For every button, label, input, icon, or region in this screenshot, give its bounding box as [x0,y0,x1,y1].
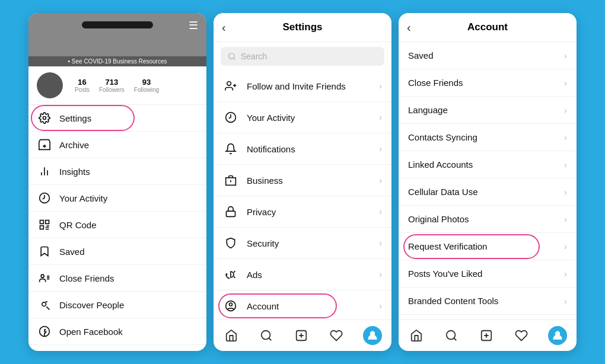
chevron-icon: › [564,215,567,224]
settings-account[interactable]: Account › [214,290,391,320]
svg-rect-29 [227,211,235,216]
panel-account: ‹ Account Saved › Close Friends › Langua… [399,13,577,351]
menu-item-insights[interactable]: Insights [28,158,206,185]
nav-home-icon[interactable] [223,327,240,344]
stat-posts: 16 Posts [75,78,90,93]
chevron-icon: › [379,301,382,311]
settings-security[interactable]: Security › [214,228,391,259]
settings-ads[interactable]: Ads › [214,259,391,290]
menu-item-open-facebook[interactable]: Open Facebook [28,318,206,345]
account-header: ‹ Account [399,13,577,42]
chevron-icon: › [379,270,382,279]
account-switch-personal[interactable]: Switch to Personal Account [399,315,577,320]
menu-item-settings[interactable]: Settings [28,105,206,132]
back-button[interactable]: ‹ [407,21,411,34]
discover-icon [38,298,51,311]
chevron-icon: › [564,160,567,170]
profile-stats-row: 16 Posts 713 Followers 93 Following [28,66,206,105]
nav-profile-icon[interactable] [548,326,567,345]
search-bar[interactable]: Search [221,47,384,66]
account-linked-accounts[interactable]: Linked Accounts › [399,151,577,178]
svg-point-21 [229,53,234,59]
chevron-icon: › [564,78,567,88]
profile-menu-list: Settings Archive I [28,105,206,351]
settings-your-activity[interactable]: Your Activity › [214,102,391,133]
settings-privacy[interactable]: Privacy › [214,196,391,228]
friends-icon [38,272,51,285]
nav-add-icon[interactable] [478,327,495,344]
account-original-photos[interactable]: Original Photos › [399,206,577,233]
chevron-icon: › [564,51,567,60]
svg-point-37 [262,331,270,340]
svg-point-17 [42,302,46,306]
chevron-icon: › [564,106,567,115]
nav-heart-icon[interactable] [513,327,530,344]
shield-icon [223,235,238,251]
building-icon [223,173,238,188]
svg-point-31 [230,303,233,306]
nav-add-icon[interactable] [293,327,310,344]
nav-search-icon[interactable] [443,327,460,344]
menu-item-close-friends[interactable]: Close Friends [28,265,206,292]
bookmark-icon [38,245,51,258]
nav-home-icon[interactable] [408,327,425,344]
profile-stats: 16 Posts 713 Followers 93 Following [75,78,159,93]
chevron-icon: › [379,207,382,216]
menu-item-your-activity[interactable]: Your Activity [28,185,206,212]
bottom-nav [214,320,391,351]
chevron-icon: › [564,269,567,279]
chevron-icon: › [564,296,567,306]
svg-line-38 [269,338,271,340]
account-close-friends[interactable]: Close Friends › [399,69,577,97]
stat-followers: 713 Followers [99,78,125,93]
chevron-icon: › [379,175,382,185]
account-cellular-data-use[interactable]: Cellular Data Use › [399,178,577,206]
svg-point-43 [447,331,456,340]
account-request-verification[interactable]: Request Verification › [399,233,577,260]
archive-icon [38,138,51,151]
profile-header: ☰ • See COVID-19 Business Resources [28,13,206,66]
lock-icon [223,204,238,219]
account-posts-liked[interactable]: Posts You've Liked › [399,260,577,288]
menu-item-archive[interactable]: Archive [28,132,206,158]
account-branded-content[interactable]: Branded Content Tools › [399,288,577,315]
username-bar [82,21,153,28]
svg-point-0 [43,117,46,120]
settings-follow-invite[interactable]: Follow and Invite Friends › [214,71,391,102]
chevron-icon: › [564,242,567,251]
chevron-icon: › [379,238,382,248]
svg-rect-6 [40,221,44,224]
chevron-icon: › [379,144,382,154]
bottom-nav [399,320,577,351]
chevron-icon: › [379,81,382,91]
nav-profile-icon[interactable] [363,326,382,345]
settings-list: Follow and Invite Friends › Your Activit… [214,71,391,320]
avatar [37,72,63,98]
nav-search-icon[interactable] [258,327,275,344]
hamburger-icon[interactable]: ☰ [189,19,198,32]
account-list: Saved › Close Friends › Language › Conta… [399,42,577,320]
chevron-icon: › [564,133,567,142]
stat-following: 93 Following [134,78,159,93]
chevron-icon: › [379,113,382,122]
menu-item-saved[interactable]: Saved [28,238,206,265]
account-saved[interactable]: Saved › [399,42,577,69]
facebook-icon [38,325,51,338]
nav-heart-icon[interactable] [328,327,345,344]
svg-line-18 [46,306,49,309]
account-language[interactable]: Language › [399,97,577,124]
megaphone-icon [223,267,238,282]
settings-business[interactable]: Business › [214,165,391,196]
menu-item-qr-code[interactable]: QR Code [28,212,206,238]
gear-icon [38,111,51,124]
settings-header: ‹ Settings [214,13,391,42]
qr-icon [38,218,51,231]
back-button[interactable]: ‹ [222,21,226,34]
account-contacts-syncing[interactable]: Contacts Syncing › [399,124,577,151]
svg-rect-7 [46,221,49,224]
menu-item-discover-people[interactable]: Discover People [28,292,206,318]
chevron-icon: › [564,187,567,197]
panel-settings: ‹ Settings Search Follow and Invite Frie… [214,13,391,351]
insights-icon [38,165,51,178]
settings-notifications[interactable]: Notifications › [214,133,391,165]
